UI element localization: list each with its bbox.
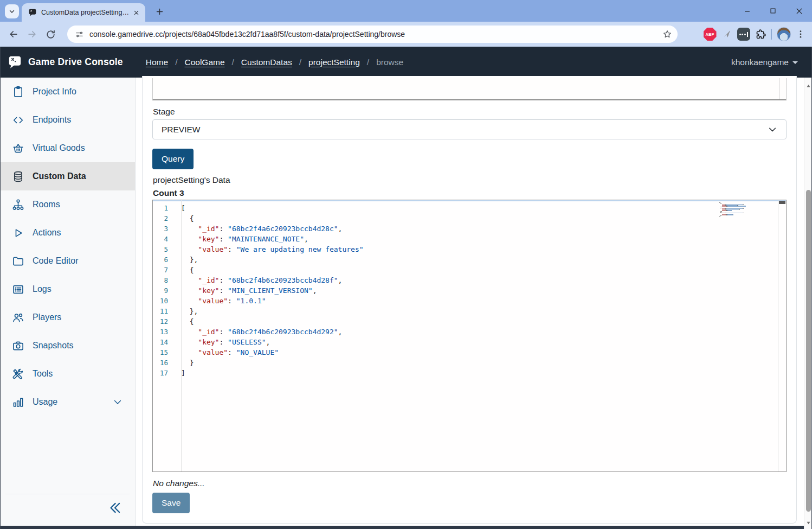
breadcrumb: Home/CoolGame/CustomDatas/projectSetting… (146, 58, 403, 67)
breadcrumb-separator: / (232, 58, 234, 67)
breadcrumb-coolgame[interactable]: CoolGame (184, 58, 224, 67)
toolbar-divider (771, 29, 772, 40)
json-editor[interactable]: 1[2 {3 "_id": "68bc2f4a6c20923bccb4d28c"… (152, 200, 787, 472)
code-line[interactable]: 16 } (153, 358, 777, 368)
sidebar-item-label: Project Info (33, 87, 76, 97)
scrollbar-thumb[interactable] (806, 190, 811, 512)
code-line[interactable]: 11 }, (153, 306, 777, 316)
sidebar-collapse-button[interactable] (107, 500, 125, 521)
browser-tab[interactable]: CustomData projectSetting Bro (22, 3, 145, 22)
line-number: 8 (153, 275, 175, 285)
breadcrumb-separator: / (299, 58, 301, 67)
code-line[interactable]: 15 "value": "NO_VALUE" (153, 347, 777, 358)
scroll-up-icon[interactable] (804, 82, 812, 90)
code-line[interactable]: 9 "key": "MIN_CLIENT_VERSION", (153, 285, 777, 296)
sidebar-item-usage[interactable]: Usage (0, 388, 135, 416)
sidebar-item-label: Endpoints (33, 115, 71, 125)
sidebar-item-label: Rooms (33, 200, 60, 209)
code-line[interactable]: 12 { (153, 316, 777, 327)
page-scrollbar[interactable] (804, 78, 812, 529)
play-icon (12, 227, 24, 239)
line-number: 6 (153, 254, 175, 265)
code-line[interactable]: 17] (153, 368, 777, 378)
sidebar-item-actions[interactable]: Actions (0, 219, 135, 247)
code-line[interactable]: 13 "_id": "68bc2f4b6c20923bccb4d292", (153, 327, 777, 337)
camera-icon (12, 340, 24, 352)
code-line[interactable]: 7 { (153, 265, 777, 275)
sidebar-item-endpoints[interactable]: Endpoints (0, 106, 135, 134)
new-tab-button[interactable] (153, 5, 166, 18)
window-close-button[interactable] (786, 0, 812, 22)
editor-minimap[interactable] (719, 202, 777, 217)
sidebar-item-virtual-goods[interactable]: Virtual Goods (0, 134, 135, 162)
code-line[interactable]: 6 }, (153, 254, 777, 265)
profile-avatar[interactable] (777, 27, 791, 41)
breadcrumb-customdatas[interactable]: CustomDatas (241, 58, 292, 67)
sidebar-item-snapshots[interactable]: Snapshots (0, 332, 135, 360)
brand-name: Game Drive Console (28, 56, 123, 68)
adblock-extension-icon[interactable]: ABP (704, 28, 717, 41)
reload-button[interactable] (41, 25, 60, 43)
sidebar-item-label: Snapshots (33, 341, 74, 350)
browser-menu-icon[interactable] (796, 29, 805, 39)
tools-icon (12, 368, 24, 380)
sidebar-item-project-info[interactable]: Project Info (0, 78, 135, 106)
save-button[interactable]: Save (152, 493, 190, 513)
line-number: 11 (153, 306, 175, 316)
main-content: Stage PREVIEW Query projectSetting's Dat… (142, 76, 797, 524)
breadcrumb-home[interactable]: Home (146, 58, 168, 67)
forward-button[interactable] (23, 25, 41, 43)
stage-label: Stage (153, 107, 175, 117)
site-favicon-icon (28, 8, 37, 17)
scroll-down-icon[interactable] (804, 519, 812, 526)
code-line[interactable]: 2 { (153, 213, 777, 224)
browser-tabstrip: CustomData projectSetting Bro (0, 0, 812, 22)
user-menu[interactable]: khonkaengame (731, 58, 798, 67)
sidebar-item-custom-data[interactable]: Custom Data (0, 162, 135, 190)
code-line[interactable]: 10 "value": "1.0.1" (153, 296, 777, 306)
sidebar-item-label: Logs (33, 284, 51, 294)
window-maximize-button[interactable] (760, 0, 786, 22)
sidebar-item-tools[interactable]: Tools (0, 360, 135, 388)
sidebar: Project InfoEndpointsVirtual GoodsCustom… (0, 78, 136, 526)
dots-extension-icon[interactable] (737, 28, 750, 41)
line-number: 1 (153, 203, 175, 213)
line-number: 17 (153, 368, 175, 378)
window-edge-left (0, 47, 1, 529)
sidebar-item-players[interactable]: Players (0, 303, 135, 332)
code-line[interactable]: 1[ (153, 203, 777, 213)
status-text: No changes... (153, 479, 205, 488)
sidebar-item-label: Players (33, 313, 61, 322)
line-number: 15 (153, 347, 175, 358)
code-line[interactable]: 3 "_id": "68bc2f4a6c20923bccb4d28c", (153, 224, 777, 234)
bookmark-star-icon[interactable] (662, 29, 672, 39)
extensions-puzzle-icon[interactable] (755, 29, 766, 40)
brand[interactable]: Game Drive Console (8, 55, 123, 69)
breadcrumb-separator: / (175, 58, 177, 67)
editor-scrollbar-thumb[interactable] (779, 201, 785, 204)
query-editor-partial[interactable] (152, 78, 787, 100)
sidebar-item-label: Usage (33, 397, 57, 407)
tab-close-icon[interactable] (131, 8, 141, 17)
sidebar-item-code-editor[interactable]: Code Editor (0, 247, 135, 275)
site-settings-icon[interactable] (75, 30, 84, 39)
sidebar-item-logs[interactable]: Logs (0, 275, 135, 303)
url-bar[interactable]: console.gamedrive.cc/projects/68a045fbde… (67, 26, 678, 43)
window-minimize-button[interactable] (734, 0, 760, 22)
sidebar-item-rooms[interactable]: Rooms (0, 190, 135, 219)
query-button[interactable]: Query (152, 149, 194, 169)
url-text[interactable]: console.gamedrive.cc/projects/68a045fbde… (89, 30, 662, 39)
data-title: projectSetting's Data (153, 175, 230, 185)
stage-select[interactable]: PREVIEW (152, 119, 787, 139)
back-button[interactable] (4, 25, 23, 43)
players-icon (12, 311, 24, 324)
code-line[interactable]: 5 "value": "We are updating new features… (153, 244, 777, 254)
code-line[interactable]: 8 "_id": "68bc2f4b6c20923bccb4d28f", (153, 275, 777, 285)
code-line[interactable]: 4 "key": "MAINTENANCE_NOTE", (153, 234, 777, 244)
code-line[interactable]: 14 "key": "USELESS", (153, 337, 777, 347)
arrow-extension-icon[interactable] (721, 29, 732, 40)
tab-search-button[interactable] (5, 4, 19, 18)
chevron-down-icon (112, 397, 123, 407)
breadcrumb-projectsetting[interactable]: projectSetting (308, 58, 360, 67)
line-number: 5 (153, 244, 175, 254)
